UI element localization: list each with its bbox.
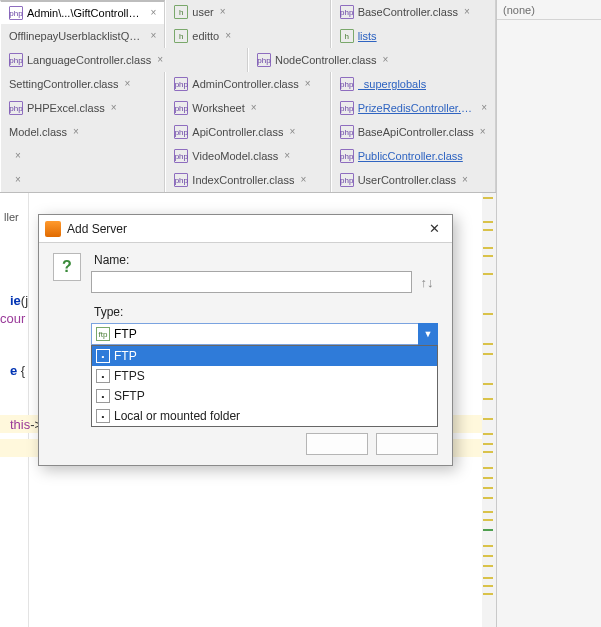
editor-tab[interactable]: phpBaseController.class× <box>331 0 496 24</box>
close-icon[interactable]: × <box>300 175 306 185</box>
tab-label: AdminController.class <box>192 78 298 90</box>
php-icon: php <box>340 125 354 139</box>
editor-tab[interactable]: phpApiController.class× <box>165 120 330 144</box>
editor-tab[interactable]: phpPublicController.class <box>331 144 496 168</box>
tab-label: lists <box>358 30 377 42</box>
tab-label: editto <box>192 30 219 42</box>
option-label: Local or mounted folder <box>114 409 240 423</box>
close-icon[interactable]: × <box>73 127 79 137</box>
editor-tab[interactable]: phpIndexController.class× <box>165 168 330 192</box>
tab-label: BaseController.class <box>358 6 458 18</box>
type-label: Type: <box>91 305 438 319</box>
type-option[interactable]: •SFTP <box>92 386 437 406</box>
h-icon: h <box>340 29 354 43</box>
close-icon[interactable]: × <box>150 31 156 41</box>
editor-tab[interactable]: heditto× <box>165 24 330 48</box>
editor-tab[interactable]: OfflinepayUserblacklistQueryRequest× <box>0 24 165 48</box>
close-icon[interactable]: × <box>481 103 487 113</box>
php-icon: php <box>340 173 354 187</box>
option-icon: • <box>96 369 110 383</box>
close-icon[interactable]: × <box>305 79 311 89</box>
chevron-down-icon[interactable]: ▼ <box>418 323 438 345</box>
tab-label: _superglobals <box>358 78 427 90</box>
editor-tab[interactable]: hlists <box>331 24 496 48</box>
dialog-icon <box>45 221 61 237</box>
editor-tab[interactable]: × <box>0 168 165 192</box>
type-option[interactable]: •FTPS <box>92 366 437 386</box>
close-icon[interactable]: × <box>15 175 21 185</box>
close-icon[interactable]: × <box>289 127 295 137</box>
close-icon[interactable]: × <box>150 8 156 18</box>
tab-label: Admin\...\GiftController.class <box>27 7 144 19</box>
tab-label: PHPExcel.class <box>27 102 105 114</box>
type-option[interactable]: •Local or mounted folder <box>92 406 437 426</box>
close-icon[interactable]: × <box>251 103 257 113</box>
dialog-title: Add Server <box>67 222 127 236</box>
editor-tab[interactable]: phpLanguageController.class× <box>0 48 248 72</box>
tab-label: IndexController.class <box>192 174 294 186</box>
editor-tab[interactable]: phpWorksheet× <box>165 96 330 120</box>
editor-tab[interactable]: phpVideoModel.class× <box>165 144 330 168</box>
editor-tab[interactable]: phpAdminController.class× <box>165 72 330 96</box>
editor-tab[interactable]: phpUserController.class× <box>331 168 496 192</box>
type-option[interactable]: •FTP <box>92 346 437 366</box>
editor-fragment: (j <box>21 293 28 308</box>
right-panel-header: (none) <box>497 0 601 20</box>
editor-tab[interactable]: phpPHPExcel.class× <box>0 96 165 120</box>
php-icon: php <box>9 53 23 67</box>
editor-tab[interactable]: SettingController.class× <box>0 72 165 96</box>
editor-tab[interactable]: phpBaseApiController.class× <box>331 120 496 144</box>
close-icon[interactable]: × <box>220 7 226 17</box>
tab-label: PrizeRedisController.class <box>358 102 475 114</box>
overview-ruler[interactable] <box>482 193 496 627</box>
close-button[interactable]: ✕ <box>422 221 446 236</box>
close-icon[interactable]: × <box>157 55 163 65</box>
option-icon: • <box>96 409 110 423</box>
close-icon[interactable]: × <box>111 103 117 113</box>
php-icon: php <box>174 77 188 91</box>
type-value: FTP <box>114 327 137 341</box>
name-label: Name: <box>91 253 438 267</box>
editor-tab[interactable]: phpAdmin\...\GiftController.class× <box>0 0 165 24</box>
tab-label: VideoModel.class <box>192 150 278 162</box>
name-input[interactable] <box>91 271 412 293</box>
tab-label: UserController.class <box>358 174 456 186</box>
dialog-button[interactable] <box>376 433 438 455</box>
tab-label: SettingController.class <box>9 78 118 90</box>
tab-label: NodeController.class <box>275 54 377 66</box>
php-icon: php <box>174 101 188 115</box>
editor-fragment: cour <box>0 311 25 326</box>
close-icon[interactable]: × <box>462 175 468 185</box>
php-icon: php <box>340 149 354 163</box>
close-icon[interactable]: × <box>15 151 21 161</box>
sort-arrows-icon[interactable]: ↑↓ <box>416 275 438 290</box>
dialog-button[interactable] <box>306 433 368 455</box>
tab-label: Model.class <box>9 126 67 138</box>
close-icon[interactable]: × <box>383 55 389 65</box>
editor-tab[interactable]: php_superglobals <box>331 72 496 96</box>
close-icon[interactable]: × <box>225 31 231 41</box>
help-icon[interactable]: ? <box>53 253 81 281</box>
close-icon[interactable]: × <box>124 79 130 89</box>
editor-fragment: ller <box>4 211 19 223</box>
close-icon[interactable]: × <box>284 151 290 161</box>
tab-label: Worksheet <box>192 102 244 114</box>
option-icon: • <box>96 349 110 363</box>
php-icon: php <box>9 101 23 115</box>
editor-tabs: phpAdmin\...\GiftController.class×huser×… <box>0 0 496 193</box>
editor-tab[interactable]: huser× <box>165 0 330 24</box>
option-icon: • <box>96 389 110 403</box>
php-icon: php <box>340 77 354 91</box>
close-icon[interactable]: × <box>464 7 470 17</box>
option-label: FTP <box>114 349 137 363</box>
editor-tab[interactable]: phpNodeController.class× <box>248 48 496 72</box>
php-icon: php <box>9 6 23 20</box>
type-combobox[interactable]: ftp FTP ▼ •FTP•FTPS•SFTP•Local or mounte… <box>91 323 438 345</box>
php-icon: php <box>174 173 188 187</box>
option-label: FTPS <box>114 369 145 383</box>
editor-tab[interactable]: × <box>0 144 165 168</box>
php-icon: php <box>174 149 188 163</box>
editor-tab[interactable]: Model.class× <box>0 120 165 144</box>
editor-tab[interactable]: phpPrizeRedisController.class× <box>331 96 496 120</box>
close-icon[interactable]: × <box>480 127 486 137</box>
